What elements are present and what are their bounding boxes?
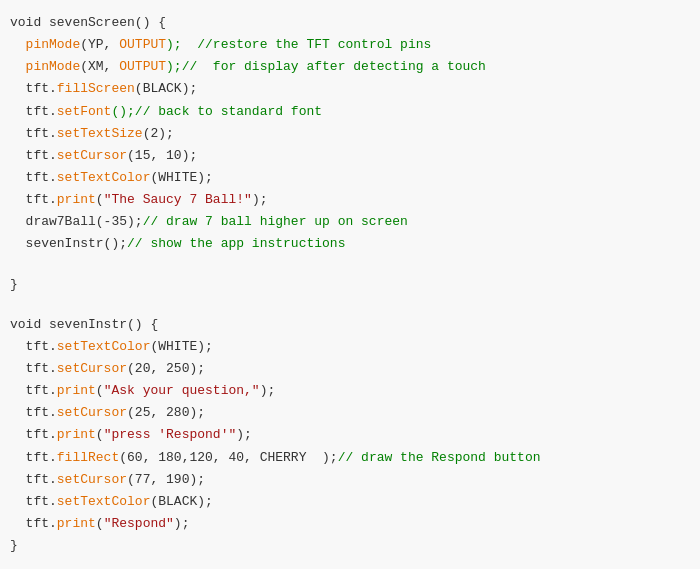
method-token: pinMode [26, 37, 81, 52]
plain-token: tft. [10, 516, 57, 531]
plain-token: (2); [143, 126, 174, 141]
blank-line [0, 256, 700, 274]
string-token: "The Saucy 7 Ball!" [104, 192, 252, 207]
plain-token: (BLACK); [150, 494, 212, 509]
method-token: setTextColor [57, 339, 151, 354]
code-line: pinMode(YP, OUTPUT); //restore the TFT c… [0, 34, 700, 56]
plain-token: tft. [10, 148, 57, 163]
plain-token: tft. [10, 405, 57, 420]
fn-name-token: sevenScreen [49, 15, 135, 30]
plain-token: ( [96, 383, 104, 398]
plain-token: tft. [10, 339, 57, 354]
plain-token: (77, 190); [127, 472, 205, 487]
method-token: setTextColor [57, 170, 151, 185]
method-token: print [57, 427, 96, 442]
plain-token: tft. [10, 472, 57, 487]
code-line: tft.setTextColor(WHITE); [0, 167, 700, 189]
plain-token: tft. [10, 383, 57, 398]
code-line: tft.setCursor(15, 10); [0, 145, 700, 167]
method-token: pinMode [26, 59, 81, 74]
plain-token: ( [96, 516, 104, 531]
method-token: setTextSize [57, 126, 143, 141]
plain-token [10, 37, 26, 52]
code-line: tft.setCursor(25, 280); [0, 402, 700, 424]
param-token: OUTPUT [119, 37, 166, 52]
plain-token: tft. [10, 81, 57, 96]
plain-token: ); [260, 383, 276, 398]
plain-token: ( [96, 192, 104, 207]
plain-token: } [10, 277, 18, 292]
code-line: tft.print("Respond"); [0, 513, 700, 535]
code-editor: void sevenScreen() { pinMode(YP, OUTPUT)… [0, 0, 700, 569]
plain-token: (XM, [80, 59, 119, 74]
plain-token: draw7Ball(-35); [10, 214, 143, 229]
kw-token: void [10, 15, 49, 30]
fn-name-token: sevenInstr [49, 317, 127, 332]
method-token: setCursor [57, 361, 127, 376]
code-line: tft.setFont();// back to standard font [0, 101, 700, 123]
method-token: print [57, 192, 96, 207]
code-line: tft.setTextSize(2); [0, 123, 700, 145]
code-line: void sevenInstr() { [0, 314, 700, 336]
plain-token: (WHITE); [150, 170, 212, 185]
plain-token: tft. [10, 450, 57, 465]
code-line: } [0, 535, 700, 557]
method-token: setTextColor [57, 494, 151, 509]
plain-token: (15, 10); [127, 148, 197, 163]
plain-token: tft. [10, 104, 57, 119]
code-line: } [0, 274, 700, 296]
code-line: tft.print("press 'Respond'"); [0, 424, 700, 446]
plain-token: (WHITE); [150, 339, 212, 354]
plain-token: (25, 280); [127, 405, 205, 420]
method-token: setFont [57, 104, 112, 119]
param-token: OUTPUT [119, 59, 166, 74]
plain-token: tft. [10, 126, 57, 141]
plain-token: tft. [10, 361, 57, 376]
plain-token: (20, 250); [127, 361, 205, 376]
method-token: print [57, 516, 96, 531]
code-line: tft.setCursor(77, 190); [0, 469, 700, 491]
code-line: tft.print("Ask your question,"); [0, 380, 700, 402]
plain-token: } [10, 538, 18, 553]
comment-token: ); //restore the TFT control pins [166, 37, 431, 52]
plain-token: (YP, [80, 37, 119, 52]
method-token: fillRect [57, 450, 119, 465]
code-block: void sevenScreen() { pinMode(YP, OUTPUT)… [0, 10, 700, 559]
method-token: setCursor [57, 148, 127, 163]
comment-token: // show the app instructions [127, 236, 345, 251]
plain-token: (60, 180,120, 40, CHERRY ); [119, 450, 337, 465]
code-line: tft.setTextColor(BLACK); [0, 491, 700, 513]
string-token: "Ask your question," [104, 383, 260, 398]
plain-token: (BLACK); [135, 81, 197, 96]
code-line: tft.fillScreen(BLACK); [0, 78, 700, 100]
plain-token: ( [96, 427, 104, 442]
plain-token: tft. [10, 192, 57, 207]
kw-token: void [10, 317, 49, 332]
code-line: draw7Ball(-35);// draw 7 ball higher up … [0, 211, 700, 233]
comment-token: // draw the Respond button [338, 450, 541, 465]
method-token: fillScreen [57, 81, 135, 96]
plain-token: tft. [10, 170, 57, 185]
blank-line [0, 296, 700, 314]
plain-token: ); [252, 192, 268, 207]
plain-token: () { [135, 15, 166, 30]
plain-token: sevenInstr(); [10, 236, 127, 251]
comment-token: // draw 7 ball higher up on screen [143, 214, 408, 229]
code-line: sevenInstr();// show the app instruction… [0, 233, 700, 255]
plain-token: ); [174, 516, 190, 531]
code-line: void sevenScreen() { [0, 12, 700, 34]
code-line: pinMode(XM, OUTPUT);// for display after… [0, 56, 700, 78]
plain-token: ); [236, 427, 252, 442]
plain-token: tft. [10, 427, 57, 442]
code-line: tft.setTextColor(WHITE); [0, 336, 700, 358]
string-token: "Respond" [104, 516, 174, 531]
comment-token: ();// back to standard font [111, 104, 322, 119]
method-token: print [57, 383, 96, 398]
plain-token [10, 59, 26, 74]
code-line: tft.print("The Saucy 7 Ball!"); [0, 189, 700, 211]
code-line: tft.setCursor(20, 250); [0, 358, 700, 380]
plain-token: () { [127, 317, 158, 332]
code-line: tft.fillRect(60, 180,120, 40, CHERRY );/… [0, 447, 700, 469]
comment-token: );// for display after detecting a touch [166, 59, 486, 74]
plain-token: tft. [10, 494, 57, 509]
